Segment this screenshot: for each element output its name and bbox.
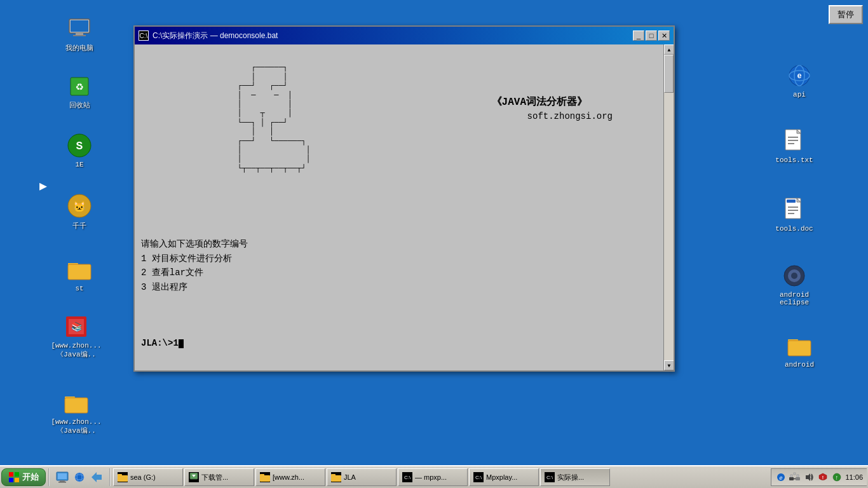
svg-rect-53 xyxy=(118,474,122,477)
scrollbar-down-button[interactable]: ▼ xyxy=(664,360,674,370)
menu-item-2: 2 查看lar文件 xyxy=(141,266,248,280)
desktop-icon-api[interactable]: e api xyxy=(774,60,825,101)
desktop-icon-android-eclipse[interactable]: androideclipse xyxy=(766,261,823,309)
pause-button[interactable]: 暂停 xyxy=(829,5,863,24)
tray-ie-icon[interactable]: e xyxy=(775,471,787,483)
taskbar-item-sea[interactable]: sea (G:) xyxy=(113,468,183,486)
desktop-icon-java-book1[interactable]: 📚 [www.zhon...《Java编.. xyxy=(48,311,105,362)
scrollbar-up-button[interactable]: ▲ xyxy=(664,44,674,55)
svg-rect-47 xyxy=(58,482,66,483)
desktop-icon-tools-doc[interactable]: tools.doc xyxy=(769,194,820,235)
svg-rect-67 xyxy=(794,473,796,475)
qianqian-label: 千千 xyxy=(72,221,86,231)
tools-doc-label: tools.doc xyxy=(775,225,813,233)
svg-rect-43 xyxy=(15,478,19,482)
qianqian-icon: 🐱 xyxy=(67,193,92,219)
svg-rect-42 xyxy=(9,478,13,482)
desktop-icon-recycle-bin[interactable]: ♻ 回收站 xyxy=(54,70,105,112)
close-button[interactable]: ✕ xyxy=(658,30,670,41)
menu-item-1: 1 对目标文件进行分析 xyxy=(141,252,248,266)
svg-rect-45 xyxy=(58,473,67,479)
api-icon: e xyxy=(787,63,812,88)
app-title: 《JAVA词法分析器》 xyxy=(492,95,587,109)
console-content: ┌──────┐ │ │ ┌──┘ ┌──┘ │ ─ ─ │ │ │ │ ┬ │… xyxy=(135,44,663,370)
quick-launch-ie[interactable] xyxy=(72,470,87,485)
tray-security-icon[interactable]: ! xyxy=(817,471,829,483)
tray-network-icon[interactable] xyxy=(789,471,801,483)
quick-launch-area xyxy=(52,470,107,485)
console-title-icon: C:\ xyxy=(139,30,149,41)
taskbar-sea-label: sea (G:) xyxy=(130,473,156,481)
svg-rect-17 xyxy=(65,396,75,400)
desktop-icon-java-book2[interactable]: [www.zhon...《Java编.. xyxy=(48,388,105,438)
console-window-buttons: _ □ ✕ xyxy=(633,30,670,41)
taskbar-mpxp-label: — mpxp... xyxy=(415,473,447,481)
svg-rect-59 xyxy=(331,474,336,477)
svg-rect-3 xyxy=(73,35,86,36)
android-label: android xyxy=(785,361,814,369)
android-eclipse-label: androideclipse xyxy=(780,291,809,306)
svg-point-48 xyxy=(75,473,84,482)
start-label: 开始 xyxy=(22,471,39,483)
taskbar-item-mpxplay[interactable]: C:\ Mpxplay... xyxy=(469,468,539,486)
quick-launch-show-desktop[interactable] xyxy=(55,470,70,485)
console-window: C:\ C:\实际操作演示 — democonsole.bat _ □ ✕ ┌─… xyxy=(133,25,675,372)
taskbar-mpxplay-icon: C:\ xyxy=(473,472,484,482)
svg-text:!: ! xyxy=(822,475,825,480)
st-label: st xyxy=(75,285,83,292)
console-scrollbar[interactable]: ▲ ▼ xyxy=(663,44,674,370)
taskbar-download-icon xyxy=(189,472,199,482)
st-icon xyxy=(67,257,92,282)
console-prompt-line: JLA:\>1 xyxy=(141,338,184,348)
menu-header: 请输入如下选项的数字编号 xyxy=(141,237,248,251)
console-title-text: C:\实际操作演示 — democonsole.bat xyxy=(153,30,278,41)
scroll-arrow-right[interactable]: ▶ xyxy=(39,178,47,194)
scrollbar-track[interactable] xyxy=(664,55,674,360)
svg-rect-57 xyxy=(260,474,264,477)
prompt-text: JLA:\>1 xyxy=(141,338,179,348)
svg-text:🐱: 🐱 xyxy=(73,201,86,214)
svg-rect-11 xyxy=(68,263,78,267)
desktop-icon-tools-txt[interactable]: tools.txt xyxy=(769,126,820,166)
scrollbar-thumb[interactable] xyxy=(664,55,674,93)
minimize-button[interactable]: _ xyxy=(633,30,644,41)
desktop-icon-qianqian[interactable]: 🐱 千千 xyxy=(54,191,105,233)
start-button[interactable]: 开始 xyxy=(1,468,46,486)
java-book1-icon: 📚 xyxy=(64,314,89,339)
taskbar-active-console-label: 实际操... xyxy=(557,473,584,482)
api-label: api xyxy=(793,91,806,98)
desktop-icon-android[interactable]: android xyxy=(774,330,825,371)
taskbar: 开始 xyxy=(0,465,868,488)
maximize-button[interactable]: □ xyxy=(646,30,657,41)
svg-text:↑: ↑ xyxy=(835,475,839,482)
taskbar-item-mpxp[interactable]: C:\ — mpxp... xyxy=(398,468,468,486)
java-book1-label: [www.zhon...《Java编.. xyxy=(51,342,101,359)
taskbar-download-label: 下载管... xyxy=(201,473,228,482)
android-folder-icon xyxy=(787,333,812,358)
svg-rect-65 xyxy=(790,475,792,477)
console-menu: 请输入如下选项的数字编号 1 对目标文件进行分析 2 查看lar文件 3 退出程… xyxy=(141,237,248,294)
menu-item-3: 3 退出程序 xyxy=(141,280,248,294)
desktop-icon-my-computer[interactable]: 我的电脑 xyxy=(54,13,105,55)
quick-launch-arrow[interactable] xyxy=(89,470,104,485)
desktop-icon-1e[interactable]: S 1E xyxy=(54,130,105,171)
taskbar-item-active-console[interactable]: C:\ 实际操... xyxy=(540,468,610,486)
taskbar-item-jla[interactable]: JLA xyxy=(327,468,397,486)
svg-rect-41 xyxy=(15,472,19,477)
desktop-icon-st[interactable]: st xyxy=(54,254,105,295)
console-title: C:\ C:\实际操作演示 — democonsole.bat xyxy=(139,30,278,41)
svg-point-36 xyxy=(791,273,797,279)
taskbar-item-www[interactable]: [www.zh... xyxy=(255,468,325,486)
taskbar-separator-2 xyxy=(109,468,111,486)
recycle-bin-icon: ♻ xyxy=(67,72,92,98)
svg-marker-68 xyxy=(806,473,810,481)
taskbar-www-icon xyxy=(260,472,270,482)
taskbar-jla-icon xyxy=(331,472,341,482)
ascii-art-display: ┌──────┐ │ │ ┌──┘ ┌──┘ │ ─ ─ │ │ │ │ ┬ │… xyxy=(224,54,311,173)
android-eclipse-icon xyxy=(782,263,807,288)
svg-rect-62 xyxy=(789,477,794,480)
tray-volume-icon[interactable] xyxy=(803,471,815,483)
windows-logo-icon xyxy=(8,471,20,483)
tray-update-icon[interactable]: ↑ xyxy=(831,471,843,483)
taskbar-item-download[interactable]: 下载管... xyxy=(184,468,254,486)
